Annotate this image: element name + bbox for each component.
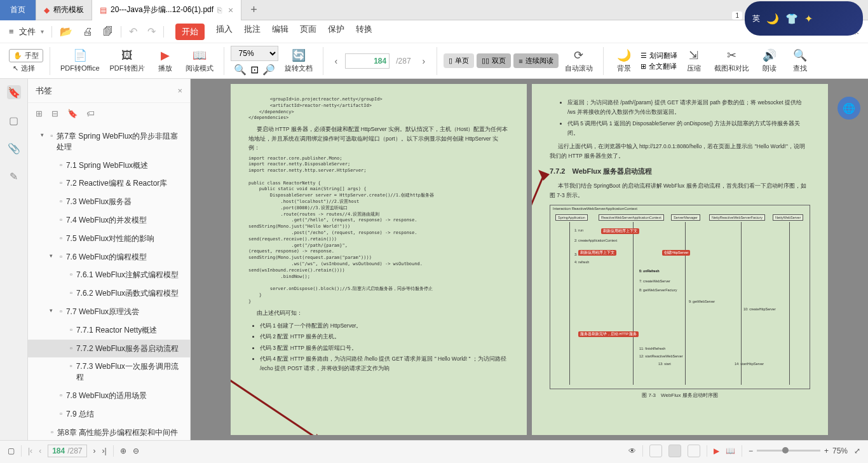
pdf-to-image-button[interactable]: 🖼PDF转图片 bbox=[106, 48, 149, 73]
tab-add-button[interactable]: + bbox=[241, 3, 266, 17]
pdf-to-office-button[interactable]: 📄PDF转Office bbox=[57, 48, 104, 73]
pdf-office-icon: 📄 bbox=[73, 48, 87, 62]
attachment-rail-icon[interactable]: 📎 bbox=[7, 141, 21, 155]
sb-add-page[interactable]: ⊕ bbox=[120, 446, 126, 455]
sb-view-continuous[interactable] bbox=[688, 445, 700, 457]
page-input[interactable] bbox=[345, 53, 390, 69]
play-button[interactable]: ▶播放 bbox=[151, 48, 179, 73]
ribbon-tab-page[interactable]: 页面 bbox=[300, 24, 316, 40]
sb-zoom-slider[interactable] bbox=[757, 450, 820, 452]
zoom-out-icon[interactable]: 🔍 bbox=[234, 64, 247, 76]
hand-tool-button[interactable]: ✋手型 bbox=[9, 49, 43, 62]
bookmark-item[interactable]: ▫7.9 总结 bbox=[28, 405, 190, 424]
ribbon-tab-start[interactable]: 开始 bbox=[175, 24, 205, 40]
sb-first-page[interactable]: |‹ bbox=[28, 446, 32, 455]
read-mode-button[interactable]: 📖阅读模式 bbox=[182, 48, 217, 73]
book-icon: 📖 bbox=[193, 48, 207, 62]
tab-home[interactable]: 首页 bbox=[0, 0, 36, 20]
diagram-tip: 创建HttpServer bbox=[662, 250, 690, 256]
bookmark-item[interactable]: ▫7.7.2 WebFlux服务器启动流程 bbox=[28, 340, 190, 358]
bookmark-item[interactable]: ▫7.6.1 WebFlux注解式编程模型 bbox=[28, 266, 190, 284]
bullet-list-left: 代码 1 创建了一个待配置的 HttpServer。代码 2 配置 HTTP 服… bbox=[260, 321, 509, 373]
diagram-step: 12: startReactiveWebServer bbox=[639, 354, 683, 358]
sb-zoom-value: 75% bbox=[832, 446, 848, 455]
status-bar: ▢ |‹ ‹ 184 /287 › ›| ⊕ ⊖ 👁 ▶ 📖 − + 75% ⤢ bbox=[0, 440, 868, 460]
bookmark-item[interactable]: ▫7.1 Spring WebFlux概述 bbox=[28, 156, 190, 175]
ribbon-tab-comment[interactable]: 批注 bbox=[244, 24, 261, 40]
sb-prev-page[interactable]: ‹ bbox=[39, 446, 41, 455]
bookmark-item[interactable]: ▫7.5 WebFlux对性能的影响 bbox=[28, 230, 190, 248]
full-translate-button[interactable]: ⊞全文翻译 bbox=[641, 62, 677, 71]
screenshot-button[interactable]: ✂截图和对比 bbox=[710, 48, 753, 73]
autoscroll-button[interactable]: ⟳自动滚动 bbox=[561, 48, 597, 73]
shirt-icon: 👕 bbox=[785, 13, 798, 25]
sb-view-double[interactable] bbox=[668, 445, 681, 457]
bookmark-item[interactable]: ▾▫第7章 Spring WebFlux的异步非阻塞处理 bbox=[28, 127, 190, 156]
moon-icon: 🌙 bbox=[766, 13, 779, 25]
ribbon-tab-convert[interactable]: 转换 bbox=[356, 24, 372, 40]
compress-button[interactable]: ⇲压缩 bbox=[680, 48, 708, 73]
tab-pin-icon[interactable]: ⎘ bbox=[217, 6, 222, 15]
sb-last-page[interactable]: ›| bbox=[102, 446, 107, 455]
thumbnail-rail-icon[interactable]: ▢ bbox=[7, 113, 21, 127]
sb-next-page[interactable]: › bbox=[93, 446, 96, 455]
bookmark-item[interactable]: ▫7.8 WebFlux的适用场景 bbox=[28, 387, 190, 405]
select-tool-button[interactable]: ↖选择 bbox=[9, 64, 43, 73]
sb-eye-icon[interactable]: 👁 bbox=[628, 446, 636, 455]
bookmark-item[interactable]: ▾▫7.6 WebFlux的编程模型 bbox=[28, 248, 190, 266]
single-page-button[interactable]: ▯单页 bbox=[444, 53, 474, 68]
open-icon[interactable]: 📂 bbox=[60, 25, 72, 38]
ribbon-tab-insert[interactable]: 插入 bbox=[216, 24, 233, 40]
double-page-button[interactable]: ▯▯双页 bbox=[477, 53, 511, 68]
sb-expand-icon[interactable]: ⤢ bbox=[854, 446, 860, 455]
bm-tool-4[interactable]: 🏷 bbox=[86, 109, 95, 118]
tab-close-icon[interactable]: × bbox=[228, 5, 233, 15]
rotate-button[interactable]: 🔄旋转文档 bbox=[281, 48, 316, 73]
theme-widget[interactable]: 英 🌙 👕 ✦ bbox=[745, 1, 863, 36]
sb-zoom-out[interactable]: − bbox=[749, 446, 753, 455]
word-translate-button[interactable]: ☰划词翻译 bbox=[641, 51, 677, 60]
zoom-fit-icon[interactable]: ⊡ bbox=[250, 64, 259, 76]
bookmark-item[interactable]: ▫7.3 WebFlux服务器 bbox=[28, 193, 190, 211]
floating-translate-button[interactable]: 🌐 bbox=[837, 97, 860, 120]
save-icon[interactable]: 🖨 bbox=[83, 26, 93, 38]
prev-page-button[interactable]: ‹ bbox=[330, 56, 343, 66]
zoom-select[interactable]: 75% bbox=[231, 46, 278, 61]
file-menu[interactable]: 文件 bbox=[19, 26, 36, 38]
redo-icon[interactable]: ↷ bbox=[147, 25, 156, 38]
background-button[interactable]: 🌙背景 bbox=[610, 48, 638, 73]
bookmark-item[interactable]: ▫7.2 Reactive编程 & Reactor库 bbox=[28, 174, 190, 193]
sb-page-indicator[interactable]: 184 /287 bbox=[48, 445, 86, 457]
bookmark-item[interactable]: ▫第8章 高性能异步编程框架和中间件 bbox=[28, 424, 190, 440]
tts-button[interactable]: 🔊朗读 bbox=[756, 48, 783, 73]
ribbon-tab-edit[interactable]: 编辑 bbox=[272, 24, 288, 40]
sb-view-icon[interactable]: ▢ bbox=[8, 446, 15, 455]
print-icon[interactable]: 🗐 bbox=[103, 26, 113, 38]
sb-view-single[interactable] bbox=[649, 445, 662, 457]
bookmark-item[interactable]: ▫7.7.1 Reactor Netty概述 bbox=[28, 321, 190, 340]
bookmark-item[interactable]: ▾▫7.7 WebFlux原理浅尝 bbox=[28, 303, 190, 321]
bookmark-item[interactable]: ▫7.4 WebFlux的并发模型 bbox=[28, 211, 190, 230]
ribbon-tab-protect[interactable]: 保护 bbox=[328, 24, 344, 40]
bm-tool-2[interactable]: ⊟ bbox=[51, 109, 58, 118]
bm-tool-3[interactable]: 🔖 bbox=[67, 109, 78, 118]
undo-icon[interactable]: ↶ bbox=[129, 25, 137, 38]
bookmark-rail-icon[interactable]: 🔖 bbox=[7, 85, 21, 99]
bookmark-close-icon[interactable]: × bbox=[177, 86, 182, 95]
bookmark-item[interactable]: ▫7.7.3 WebFlux一次服务调用流程 bbox=[28, 357, 190, 387]
annotation-rail-icon[interactable]: ✎ bbox=[7, 169, 21, 183]
sb-zoom-in[interactable]: + bbox=[824, 446, 829, 455]
sb-remove-page[interactable]: ⊖ bbox=[133, 446, 139, 455]
document-viewport[interactable]: <groupId>io.projectreactor.netty</groupI… bbox=[191, 79, 868, 440]
tab-document[interactable]: ▤ 20---Java异步编...12-06(1).pdf ⎘ × bbox=[92, 0, 241, 20]
bookmark-item[interactable]: ▫7.6.2 WebFlux函数式编程模型 bbox=[28, 284, 190, 303]
bm-tool-1[interactable]: ⊞ bbox=[36, 109, 43, 118]
find-button[interactable]: 🔍查找 bbox=[786, 48, 814, 73]
next-page-button[interactable]: › bbox=[417, 56, 431, 66]
continuous-button[interactable]: ≡连续阅读 bbox=[513, 53, 558, 68]
zoom-in-icon[interactable]: 🔎 bbox=[262, 64, 275, 76]
sb-play-icon[interactable]: ▶ bbox=[714, 446, 719, 455]
sb-book-icon[interactable]: 📖 bbox=[726, 446, 735, 455]
tab-template[interactable]: ◆ 稻壳模板 bbox=[36, 0, 92, 20]
hamburger-icon[interactable]: ≡ bbox=[9, 27, 14, 36]
